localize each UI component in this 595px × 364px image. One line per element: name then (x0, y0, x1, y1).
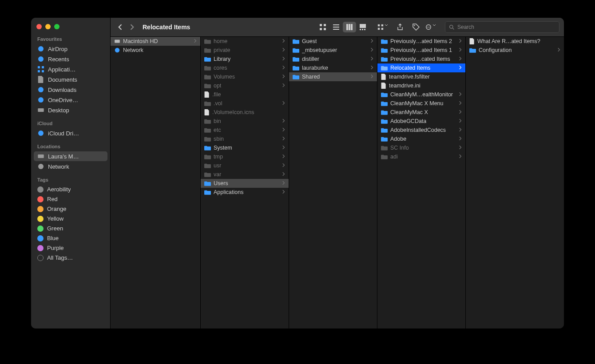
sidebar-item-green[interactable]: Green (34, 224, 107, 233)
folder-icon (381, 154, 388, 159)
sidebar-item-label: Orange (47, 206, 66, 212)
group-by-button[interactable] (377, 22, 391, 32)
list-item[interactable]: tmp (201, 152, 289, 161)
sidebar-item-onedrive-[interactable]: OneDrive… (34, 95, 107, 105)
sidebar-item-purple[interactable]: Purple (34, 243, 107, 253)
file-icon (381, 74, 386, 80)
list-item[interactable]: .file (201, 90, 289, 99)
list-view-button[interactable] (329, 22, 343, 32)
sidebar-item-aerobility[interactable]: Aerobility (34, 185, 107, 194)
sidebar-item-downloads[interactable]: Downloads (34, 85, 107, 95)
list-item[interactable]: Adobe (377, 135, 465, 143)
list-item[interactable]: Configuration (466, 46, 564, 55)
list-item[interactable]: SC Info (377, 143, 465, 152)
list-item[interactable]: teamdrive.fsfilter (377, 72, 465, 81)
search-field[interactable]: Search (445, 21, 559, 33)
sidebar-item-applicati-[interactable]: Applicati… (34, 64, 107, 74)
column-3: Previously…ated Items 2Previously…ated I… (377, 37, 466, 328)
list-item[interactable]: adi (377, 152, 465, 161)
sidebar-item-icloud-dri-[interactable]: iCloud Dri… (34, 128, 107, 138)
folder-icon (204, 83, 211, 88)
list-item-label: private (214, 47, 230, 53)
list-item[interactable]: Relocated Items (377, 63, 465, 72)
list-item[interactable]: CleanMyMac X (377, 108, 465, 117)
list-item[interactable]: _mbsetupuser (289, 46, 377, 55)
chevron-right-icon (368, 56, 373, 62)
folder-icon (381, 56, 388, 62)
gallery-view-button[interactable] (356, 22, 369, 32)
list-item[interactable]: Users (201, 179, 289, 188)
list-item[interactable]: sbin (201, 135, 289, 143)
list-item[interactable]: Volumes (201, 72, 289, 81)
back-button[interactable] (115, 22, 125, 32)
list-item[interactable]: var (201, 170, 289, 179)
list-item-label: cores (214, 65, 227, 71)
sidebar-item-laura-s-m-[interactable]: Laura's M… (34, 151, 107, 161)
list-item[interactable]: Applications (201, 188, 289, 197)
list-item[interactable]: home (201, 37, 289, 46)
list-item[interactable]: AdobeInstalledCodecs (377, 126, 465, 135)
list-item[interactable]: Previously…cated Items (377, 55, 465, 63)
tag-button[interactable] (409, 22, 423, 32)
more-button[interactable] (425, 22, 439, 32)
column-view-button[interactable] (343, 22, 356, 32)
folder-icon (381, 145, 388, 150)
list-item[interactable]: Previously…ated Items 1 (377, 46, 465, 55)
sidebar-item-orange[interactable]: Orange (34, 204, 107, 214)
list-item[interactable]: bin (201, 117, 289, 126)
folder-icon (204, 136, 211, 142)
list-item-label: opt (214, 83, 221, 89)
column-4: What Are R…ated Items?Configuration (466, 37, 564, 328)
list-item[interactable]: lauraburke (289, 63, 377, 72)
list-item[interactable]: System (201, 143, 289, 152)
chevron-right-icon (280, 154, 285, 159)
sidebar-item-blue[interactable]: Blue (34, 233, 107, 243)
list-item[interactable]: Macintosh HD (111, 37, 200, 46)
apps-icon (37, 66, 44, 73)
list-item-label: teamdrive.fsfilter (389, 74, 430, 80)
list-item[interactable]: etc (201, 126, 289, 135)
sidebar-item-desktop[interactable]: Desktop (34, 105, 107, 115)
list-item[interactable]: .vol (201, 99, 289, 108)
list-item-label: var (214, 171, 221, 178)
list-item[interactable]: Previously…ated Items 2 (377, 37, 465, 46)
list-item[interactable]: private (201, 46, 289, 55)
sidebar-item-all-tags-[interactable]: All Tags… (34, 253, 107, 262)
close-button[interactable] (36, 24, 42, 29)
list-item[interactable]: distiller (289, 55, 377, 63)
list-item[interactable]: Network (111, 46, 200, 55)
sidebar-item-airdrop[interactable]: AirDrop (34, 44, 107, 54)
sidebar-item-red[interactable]: Red (34, 194, 107, 204)
globe-icon (37, 163, 44, 170)
list-item-label: What Are R…ated Items? (477, 38, 540, 44)
sidebar-item-documents[interactable]: Documents (34, 75, 107, 84)
list-item[interactable]: What Are R…ated Items? (466, 37, 564, 46)
list-item[interactable]: Guest (289, 37, 377, 46)
list-item[interactable]: usr (201, 161, 289, 170)
zoom-button[interactable] (54, 24, 60, 29)
icon-view-button[interactable] (316, 22, 329, 32)
sidebar-item-yellow[interactable]: Yellow (34, 214, 107, 223)
list-item[interactable]: CleanMyM…ealthMonitor (377, 90, 465, 99)
list-item-label: teamdrive.ini (389, 83, 420, 89)
list-item[interactable]: teamdrive.ini (377, 81, 465, 90)
list-item[interactable]: Library (201, 55, 289, 63)
list-item-label: System (214, 145, 232, 151)
list-item[interactable]: cores (201, 63, 289, 72)
list-item[interactable]: CleanMyMac X Menu (377, 99, 465, 108)
sidebar-item-recents[interactable]: Recents (34, 54, 107, 64)
minimize-button[interactable] (45, 24, 51, 29)
sidebar-item-label: Yellow (47, 215, 63, 222)
forward-button[interactable] (127, 22, 137, 32)
list-item[interactable]: Shared (289, 72, 377, 81)
tag-dot-icon (37, 196, 44, 202)
sidebar-item-label: Network (48, 163, 69, 170)
chevron-right-icon (280, 181, 285, 186)
list-item-label: Previously…cated Items (390, 56, 450, 62)
list-item[interactable]: .VolumeIcon.icns (201, 108, 289, 117)
list-item[interactable]: AdobeGCData (377, 117, 465, 126)
list-item[interactable]: opt (201, 81, 289, 90)
list-item-label: AdobeInstalledCodecs (390, 127, 446, 133)
sidebar-item-network[interactable]: Network (34, 162, 107, 171)
share-button[interactable] (393, 22, 407, 32)
